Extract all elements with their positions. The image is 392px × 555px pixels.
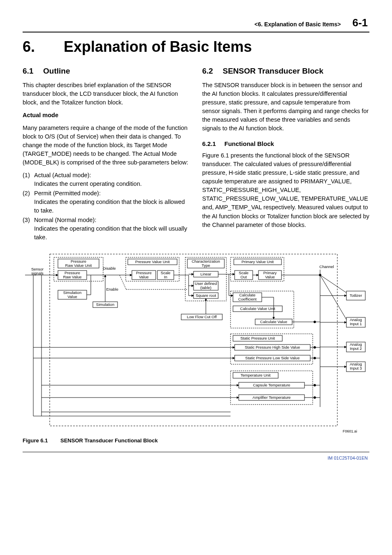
svg-text:AnalogInput 3: AnalogInput 3 [350, 362, 362, 370]
svg-text:CalculateCoefficient: CalculateCoefficient [238, 293, 257, 301]
page-title: 6.Explanation of Basic Items [23, 38, 369, 56]
left-column: 6.1Outline This chapter describes brief … [23, 65, 190, 243]
list-item: (1) Actual (Actual mode):Indicates the c… [23, 171, 190, 188]
mode-list: (1) Actual (Actual mode):Indicates the c… [23, 171, 190, 242]
footer-rule [23, 452, 369, 452]
sensor-block-intro: The SENSOR transducer block is in betwee… [202, 81, 369, 133]
svg-text:AnalogInput 1: AnalogInput 1 [350, 317, 362, 326]
header-rule [23, 32, 369, 32]
svg-point-92 [314, 321, 316, 323]
actual-mode-heading: Actual mode [23, 111, 190, 120]
svg-point-96 [314, 357, 316, 359]
section-6-2-heading: 6.2SENSOR Transducer Block [202, 65, 369, 77]
document-id: IM 01C25T04-01EN [23, 456, 369, 460]
svg-point-100 [314, 396, 316, 398]
svg-text:Enable: Enable [106, 287, 118, 291]
svg-text:Disable: Disable [103, 266, 116, 271]
list-item: (2) Permit (Permitted mode):Indicates th… [23, 189, 190, 215]
svg-text:AnalogInput 2: AnalogInput 2 [350, 342, 362, 351]
svg-text:Static Pressure Unit: Static Pressure Unit [240, 336, 275, 340]
svg-text:Temperature Unit: Temperature Unit [241, 373, 271, 377]
figure-caption: Figure 6.1SENSOR Transducer Functional B… [23, 437, 369, 444]
svg-text:Calculate Value Unit: Calculate Value Unit [240, 306, 275, 311]
section-6-1-heading: 6.1Outline [23, 65, 190, 77]
svg-text:Calculate Value: Calculate Value [260, 319, 287, 324]
svg-text:Linear: Linear [201, 272, 211, 276]
svg-text:Sensorsignals: Sensorsignals [31, 267, 44, 275]
svg-text:Static Pressure Low Side Value: Static Pressure Low Side Value [245, 356, 300, 360]
svg-text:Amplifier Temperature: Amplifier Temperature [253, 395, 291, 400]
svg-text:Channel: Channel [319, 264, 334, 269]
outline-intro: This chapter describes brief explanation… [23, 81, 190, 107]
page-number: 6-1 [352, 16, 368, 29]
actual-mode-desc: Many parameters require a change of the … [23, 124, 190, 167]
svg-text:PressureRaw Value: PressureRaw Value [63, 271, 81, 279]
svg-text:Static Pressure High Side Valu: Static Pressure High Side Value [245, 345, 300, 349]
list-item: (3) Normal (Normal mode):Indicates the o… [23, 216, 190, 242]
sensor-transducer-diagram: PressureRaw Value Unit PressureRaw Value… [23, 252, 369, 433]
svg-text:Capsule Temperature: Capsule Temperature [253, 383, 291, 387]
svg-text:PrimaryValue: PrimaryValue [263, 271, 277, 279]
svg-point-94 [314, 346, 316, 348]
svg-line-101 [320, 275, 346, 293]
svg-text:Simulation: Simulation [96, 302, 114, 307]
diagram-ref: F0601.ai [25, 429, 369, 433]
functional-block-desc: Figure 6.1 presents the functional block… [202, 151, 369, 229]
breadcrumb: <6. Explanation of Basic Items> [254, 21, 341, 28]
chapter-number: 6. [23, 38, 64, 56]
svg-text:Pressure Value Unit: Pressure Value Unit [135, 259, 170, 264]
svg-text:Totlizer: Totlizer [350, 293, 362, 298]
chapter-title: Explanation of Basic Items [64, 38, 252, 55]
svg-text:Primary Value Unit: Primary Value Unit [242, 259, 274, 264]
section-6-2-1-heading: 6.2.1Functional Block [202, 139, 369, 148]
svg-text:Square root: Square root [196, 293, 216, 298]
right-column: 6.2SENSOR Transducer Block The SENSOR tr… [202, 65, 369, 243]
svg-line-102 [320, 275, 346, 319]
svg-text:Low Flow Cut Off: Low Flow Cut Off [187, 314, 217, 319]
svg-point-98 [314, 384, 316, 386]
